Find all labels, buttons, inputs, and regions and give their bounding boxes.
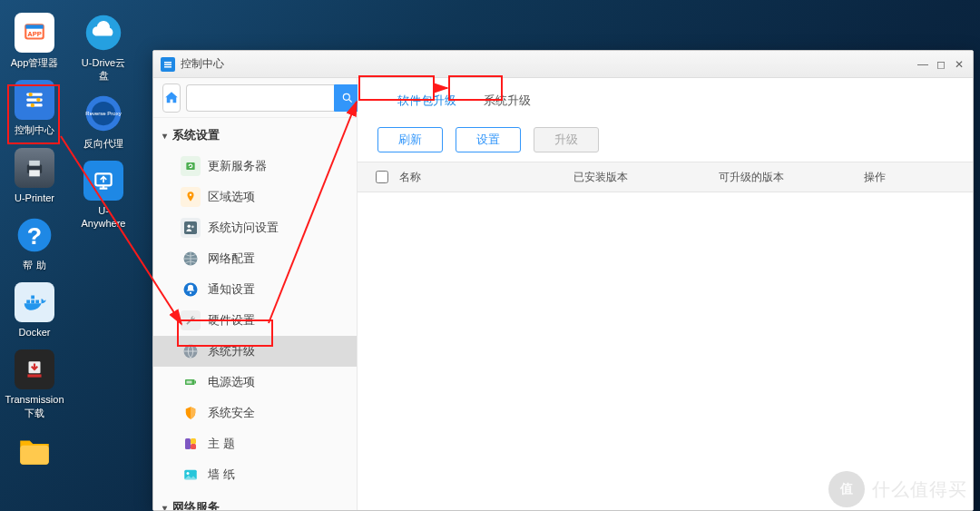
home-icon [163, 90, 180, 106]
sidebar-item-notification[interactable]: 通知设置 [153, 274, 357, 305]
sidebar-item-label: 系统安全 [208, 405, 255, 421]
upgrade-button: 升级 [534, 127, 599, 152]
image-icon [181, 465, 201, 485]
window-maximize-button[interactable]: ◻ [935, 58, 947, 71]
tab-package-upgrade[interactable]: 软件包升级 [385, 85, 469, 114]
search-icon [341, 92, 354, 104]
sidebar-item-network-config[interactable]: 网络配置 [153, 243, 357, 274]
desktop-icon-label: 帮 助 [23, 259, 45, 271]
desktop-icon-transmission[interactable]: Transmission 下载 [9, 346, 60, 419]
users-icon [181, 218, 201, 238]
sidebar-item-label: 系统访问设置 [208, 220, 279, 236]
search-input[interactable] [186, 84, 334, 112]
wrench-icon [181, 310, 201, 330]
docker-icon [21, 289, 48, 316]
chevron-down-icon: ▾ [162, 131, 167, 141]
sidebar-group-system[interactable]: ▾ 系统设置 [153, 118, 357, 151]
desktop-icon-help[interactable]: ? 帮 助 [9, 211, 60, 271]
reverse-proxy-icon [84, 94, 122, 133]
desktop-icon-control-center[interactable]: 控制中心 [9, 76, 60, 136]
sidebar-item-power[interactable]: 电源选项 [153, 367, 357, 398]
chevron-down-icon: ▾ [162, 503, 167, 511]
window-titlebar[interactable]: 控制中心 — ◻ ✕ [153, 51, 973, 78]
sidebar-item-label: 墙 纸 [208, 467, 235, 483]
refresh-button[interactable]: 刷新 [377, 127, 443, 152]
svg-point-47 [187, 472, 190, 475]
home-button[interactable] [162, 84, 181, 113]
svg-point-6 [29, 93, 33, 96]
svg-point-29 [343, 93, 349, 100]
svg-rect-19 [27, 375, 41, 378]
sidebar-item-label: 网络配置 [208, 251, 255, 267]
location-icon [181, 187, 201, 207]
sidebar-item-label: 电源选项 [208, 374, 255, 390]
server-refresh-icon [181, 156, 201, 176]
sidebar-item-theme[interactable]: 主 题 [153, 428, 357, 459]
desktop-icon-label: Transmission 下载 [5, 393, 64, 419]
desktop-icon-udrive[interactable]: U-Drive云盘 [78, 9, 129, 83]
sidebar-item-security[interactable]: 系统安全 [153, 398, 357, 428]
settings-button[interactable]: 设置 [456, 127, 521, 152]
table-col-action: 操作 [864, 170, 955, 185]
window-minimize-button[interactable]: — [916, 58, 929, 71]
svg-rect-41 [195, 381, 197, 384]
sidebar-item-wallpaper[interactable]: 墙 纸 [153, 459, 357, 490]
svg-rect-16 [35, 300, 39, 304]
svg-rect-43 [185, 438, 191, 449]
battery-icon [181, 372, 201, 392]
toolbar: 刷新 设置 升级 [358, 114, 973, 162]
svg-rect-17 [31, 296, 34, 300]
window-close-button[interactable]: ✕ [953, 58, 965, 71]
svg-rect-45 [191, 444, 196, 449]
svg-rect-14 [26, 300, 30, 304]
sidebar-item-label: 硬件设置 [208, 312, 255, 329]
sidebar-item-region[interactable]: 区域选项 [153, 182, 357, 212]
tab-system-upgrade[interactable]: 系统升级 [471, 85, 544, 114]
table-col-name: 名称 [399, 170, 573, 185]
sidebar-item-update-server[interactable]: 更新服务器 [153, 151, 357, 182]
sidebar-item-hardware[interactable]: 硬件设置 [153, 305, 357, 336]
app-icon: APP [23, 21, 46, 44]
sidebar-item-access[interactable]: 系统访问设置 [153, 212, 357, 243]
sidebar-item-system-upgrade[interactable]: 系统升级 [153, 336, 357, 367]
sidebar-item-label: 通知设置 [208, 281, 255, 298]
desktop-icon-uanywhere[interactable]: U-Anywhere [78, 157, 129, 231]
folder-icon [15, 431, 54, 469]
svg-rect-33 [184, 221, 197, 234]
desktop-icon-folder[interactable] [9, 427, 60, 474]
desktop-icon-label: 反向代理 [83, 137, 123, 150]
svg-point-34 [188, 225, 191, 229]
sidebar-item-label: 区域选项 [208, 189, 255, 205]
desktop-icon-label: U-Printer [15, 192, 54, 204]
watermark-text: 什么值得买 [872, 477, 967, 502]
svg-rect-20 [20, 446, 49, 465]
printer-icon [22, 155, 47, 181]
sidebar-item-label: 更新服务器 [208, 158, 267, 174]
bell-icon [181, 280, 201, 300]
svg-rect-26 [164, 62, 172, 64]
svg-line-30 [349, 99, 352, 102]
svg-rect-1 [25, 25, 44, 28]
svg-point-38 [190, 292, 191, 294]
select-all-checkbox[interactable] [376, 171, 388, 183]
window-title: 控制中心 [181, 56, 916, 72]
tab-bar: 软件包升级 系统升级 [358, 78, 973, 114]
svg-rect-11 [29, 170, 40, 176]
desktop-icon-label: 控制中心 [15, 123, 54, 136]
download-icon [23, 358, 46, 381]
desktop-icon-reverse-proxy[interactable]: Reverse Proxy 反向代理 [78, 90, 129, 150]
svg-point-35 [191, 225, 194, 228]
globe-up-icon [181, 341, 201, 361]
sidebar: ▾ 系统设置 更新服务器 区域选项 系统访问设置 网络配置 通知设置 硬件设置 … [153, 78, 358, 510]
table-header: 名称 已安装版本 可升级的版本 操作 [358, 162, 973, 192]
svg-point-23 [92, 101, 115, 124]
desktop-icon-uprinter[interactable]: U-Printer [9, 144, 60, 204]
table-col-upgradable: 可升级的版本 [719, 170, 864, 185]
table-col-installed: 已安装版本 [573, 170, 719, 185]
sidebar-item-label: 主 题 [208, 436, 235, 452]
desktop-icon-label: App管理器 [11, 56, 59, 69]
desktop-icon-app-manager[interactable]: APP App管理器 [9, 9, 60, 69]
screen-share-icon [92, 169, 115, 192]
desktop-icon-docker[interactable]: Docker [9, 279, 60, 339]
sidebar-group-network[interactable]: ▾ 网络服务 [153, 490, 357, 510]
